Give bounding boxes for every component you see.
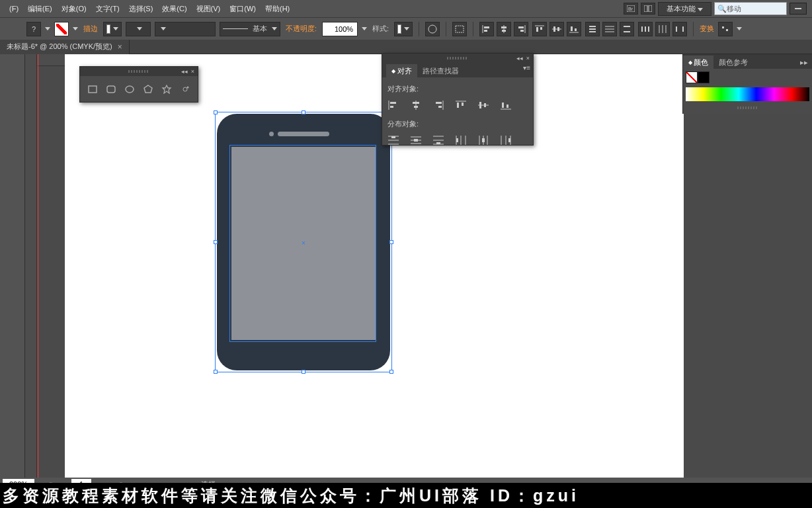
transform-label[interactable]: 变换: [700, 24, 714, 34]
canvas[interactable]: ×: [65, 54, 684, 478]
recolor-icon[interactable]: [425, 22, 440, 36]
dist-top-icon[interactable]: [585, 22, 600, 36]
dist-left-icon[interactable]: [638, 22, 653, 36]
panel-align-vcenter-icon[interactable]: [477, 99, 489, 111]
svg-rect-91: [508, 138, 510, 142]
dock-gripper[interactable]: [683, 104, 812, 112]
dock-expand-icon[interactable]: ▸▸: [796, 56, 812, 69]
align-top-icon[interactable]: [532, 22, 547, 36]
workspace-dropdown[interactable]: 基本功能: [658, 2, 711, 16]
svg-rect-12: [502, 30, 506, 32]
polygon-tool-icon[interactable]: [142, 83, 154, 96]
align-left-icon[interactable]: [479, 22, 494, 36]
svg-rect-43: [89, 86, 97, 93]
left-toolbox[interactable]: [0, 54, 25, 478]
menu-text[interactable]: 文字(T): [92, 2, 124, 16]
menu-select[interactable]: 选择(S): [125, 2, 157, 16]
svg-rect-71: [391, 136, 395, 138]
align-bottom-icon[interactable]: [567, 22, 581, 36]
arrange-documents-icon[interactable]: [641, 3, 655, 15]
panel-collapse-icon[interactable]: ◂◂: [516, 54, 523, 62]
swatch-none[interactable]: [686, 71, 698, 83]
color-spectrum[interactable]: [686, 87, 809, 101]
menu-file[interactable]: (F): [5, 3, 22, 15]
align-panel-titlebar[interactable]: ◂◂×: [382, 54, 533, 63]
transform-panel-icon[interactable]: [718, 22, 733, 36]
dist-bottom-icon[interactable]: [620, 22, 634, 36]
panel-close-icon[interactable]: ×: [524, 54, 532, 62]
svg-rect-11: [501, 26, 507, 28]
doc-setup-icon[interactable]: [452, 22, 467, 36]
tab-align[interactable]: ◆对齐: [386, 64, 417, 77]
rectangle-tool-icon[interactable]: [87, 83, 99, 96]
swatch-black[interactable]: [698, 71, 710, 83]
tab-pathfinder[interactable]: 路径查找器: [417, 64, 464, 77]
panel-align-right-icon[interactable]: [432, 99, 444, 111]
svg-rect-27: [589, 31, 596, 32]
svg-rect-39: [676, 26, 677, 32]
panel-dist-hcenter-icon[interactable]: [477, 134, 489, 146]
brush-dropdown[interactable]: 基本: [220, 22, 280, 36]
menu-edit[interactable]: 编辑(E): [24, 2, 56, 16]
tab-color-guide[interactable]: 颜色参考: [713, 56, 753, 69]
panel-close-icon[interactable]: ×: [189, 67, 196, 75]
dist-right-icon[interactable]: [672, 22, 687, 36]
panel-align-bottom-icon[interactable]: [500, 99, 512, 111]
menu-help[interactable]: 帮助(H): [261, 2, 294, 16]
menu-view[interactable]: 视图(V): [192, 2, 225, 16]
dist-hcenter-icon[interactable]: [655, 22, 670, 36]
star-tool-icon[interactable]: [161, 83, 173, 96]
align-right-icon[interactable]: [514, 22, 528, 36]
stroke-weight-dropdown[interactable]: [126, 22, 151, 36]
stroke-profile-dropdown[interactable]: [155, 22, 216, 36]
menu-window[interactable]: 窗口(W): [225, 2, 260, 16]
guide-line[interactable]: [38, 54, 38, 478]
panel-collapse-icon[interactable]: ◂◂: [181, 67, 188, 75]
panel-dist-left-icon[interactable]: [455, 134, 467, 146]
svg-rect-75: [414, 139, 418, 142]
panel-titlebar[interactable]: ◂◂×: [80, 67, 198, 76]
panel-align-left-icon[interactable]: [387, 99, 399, 111]
document-tab[interactable]: 未标题-6* @ 200% (CMYK/预览) ×: [0, 40, 130, 54]
document-tab-label: 未标题-6* @ 200% (CMYK/预览): [7, 42, 112, 52]
opacity-input[interactable]: 100%: [322, 22, 358, 36]
ruler-vertical[interactable]: [25, 54, 37, 478]
panel-align-top-icon[interactable]: [455, 99, 467, 111]
promo-banner: 多资源教程素材软件等请关注微信公众号：广州UI部落 ID：gzui: [0, 483, 812, 508]
panel-dist-bottom-icon[interactable]: [432, 134, 444, 146]
menu-object[interactable]: 对象(O): [58, 2, 91, 16]
panel-dist-vcenter-icon[interactable]: [410, 134, 422, 146]
menu-effect[interactable]: 效果(C): [158, 2, 190, 16]
style-label: 样式:: [372, 24, 389, 34]
search-input[interactable]: 🔍 移动: [714, 2, 787, 15]
shape-tools-panel[interactable]: ◂◂×: [79, 66, 198, 103]
color-panel-dock[interactable]: ◆颜色 颜色参考 ▸▸: [682, 54, 812, 114]
dist-vcenter-icon[interactable]: [602, 22, 617, 36]
align-vcenter-icon[interactable]: [549, 22, 564, 36]
svg-rect-35: [648, 26, 649, 32]
stroke-label: 描边: [83, 24, 98, 34]
align-hcenter-icon[interactable]: [497, 22, 511, 36]
rounded-rectangle-tool-icon[interactable]: [105, 83, 117, 96]
graphic-style-dropdown[interactable]: [394, 22, 413, 36]
close-tab-icon[interactable]: ×: [118, 42, 122, 52]
help-icon[interactable]: ?: [26, 22, 41, 36]
svg-rect-33: [641, 26, 643, 32]
minimize-button[interactable]: [790, 3, 807, 15]
ellipse-tool-icon[interactable]: [124, 83, 136, 96]
stroke-color-dropdown[interactable]: [103, 22, 122, 36]
no-fill-icon[interactable]: [54, 22, 69, 36]
panel-align-hcenter-icon[interactable]: [410, 99, 422, 111]
svg-rect-17: [536, 27, 538, 32]
panel-dist-right-icon[interactable]: [500, 134, 512, 146]
flare-tool-icon[interactable]: [179, 83, 191, 96]
svg-text:Br: Br: [628, 7, 633, 11]
tab-color[interactable]: ◆颜色: [683, 56, 713, 69]
svg-rect-8: [484, 26, 489, 28]
panel-menu-icon[interactable]: ▾≡: [523, 64, 530, 71]
svg-rect-40: [682, 26, 684, 32]
align-panel[interactable]: ◂◂× ◆对齐 路径查找器 ▾≡ 对齐对象: 分布对象:: [382, 53, 534, 146]
bridge-icon[interactable]: Br: [624, 3, 638, 15]
svg-rect-34: [645, 26, 646, 32]
panel-dist-top-icon[interactable]: [387, 134, 399, 146]
